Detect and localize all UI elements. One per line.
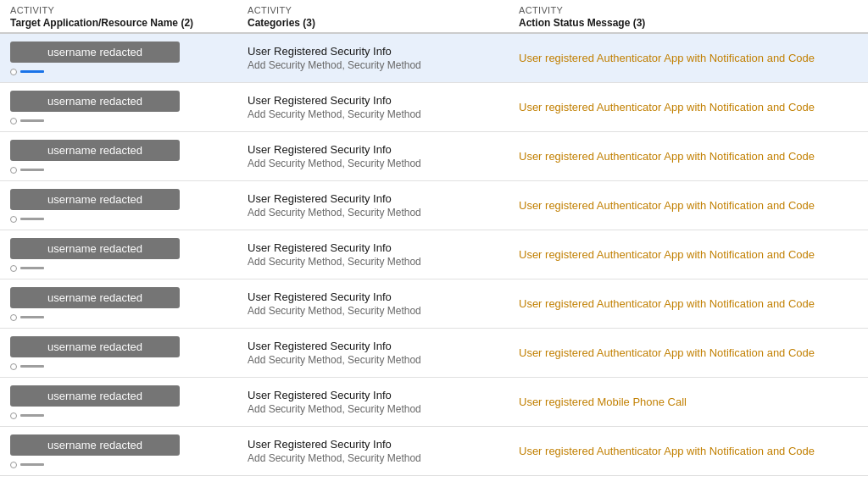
activity-sub-6: Add Security Method, Security Method: [248, 354, 498, 366]
cell-message-3: User registered Authenticator App with N…: [509, 192, 868, 219]
indicator-line-6: [20, 365, 44, 368]
activity-title-4: User Registered Security Info: [248, 241, 498, 254]
activity-title-1: User Registered Security Info: [248, 94, 498, 107]
activity-sub-5: Add Security Method, Security Method: [248, 305, 498, 317]
header-activity-label-2: ACTIVITY: [248, 5, 498, 15]
row-indicator-7: [10, 412, 227, 419]
username-badge-5: username redacted: [10, 287, 180, 308]
table-row[interactable]: username redacted User Registered Securi…: [0, 181, 868, 230]
header-cell-resource: ACTIVITY Target Application/Resource Nam…: [0, 5, 237, 29]
username-badge-4: username redacted: [10, 238, 180, 259]
indicator-line-0: [20, 70, 44, 73]
indicator-dot-1: [10, 118, 17, 125]
indicator-dot-0: [10, 69, 17, 75]
cell-activity-7: User Registered Security Info Add Securi…: [237, 382, 509, 422]
username-badge-7: username redacted: [10, 385, 180, 407]
row-indicator-0: [10, 69, 227, 75]
table-body: username redacted User Registered Securi…: [0, 34, 868, 476]
activity-title-5: User Registered Security Info: [248, 291, 498, 303]
row-indicator-4: [10, 265, 227, 272]
indicator-line-3: [20, 218, 44, 220]
cell-message-1: User registered Authenticator App with N…: [509, 94, 868, 120]
header-cell-categories: ACTIVITY Categories (3): [237, 5, 509, 29]
table-row[interactable]: username redacted User Registered Securi…: [0, 329, 868, 378]
cell-user-4: username redacted: [0, 231, 237, 279]
username-badge-8: username redacted: [10, 434, 180, 456]
cell-activity-8: User Registered Security Info Add Securi…: [237, 431, 509, 471]
cell-message-0: User registered Authenticator App with N…: [509, 45, 868, 71]
cell-user-8: username redacted: [0, 428, 237, 475]
cell-user-6: username redacted: [0, 329, 237, 377]
table-header: ACTIVITY Target Application/Resource Nam…: [0, 0, 868, 34]
cell-message-7: User registered Mobile Phone Call: [509, 389, 868, 415]
cell-activity-1: User Registered Security Info Add Securi…: [237, 87, 509, 127]
table-row[interactable]: username redacted User Registered Securi…: [0, 378, 868, 427]
cell-activity-0: User Registered Security Info Add Securi…: [237, 38, 509, 78]
activity-title-7: User Registered Security Info: [248, 389, 498, 401]
cell-user-5: username redacted: [0, 280, 237, 328]
header-sub-label-1: Target Application/Resource Name (2): [10, 17, 193, 29]
header-cell-status: ACTIVITY Action Status Message (3): [509, 5, 868, 29]
activity-title-0: User Registered Security Info: [248, 45, 498, 58]
indicator-dot-2: [10, 167, 17, 174]
table-row[interactable]: username redacted User Registered Securi…: [0, 34, 868, 83]
activity-title-6: User Registered Security Info: [248, 340, 498, 352]
cell-user-3: username redacted: [0, 182, 237, 230]
indicator-dot-5: [10, 314, 17, 321]
row-indicator-8: [10, 462, 227, 468]
cell-message-6: User registered Authenticator App with N…: [509, 340, 868, 366]
row-indicator-3: [10, 216, 227, 223]
indicator-line-4: [20, 267, 44, 269]
indicator-line-1: [20, 119, 44, 122]
indicator-line-5: [20, 316, 44, 318]
cell-activity-3: User Registered Security Info Add Securi…: [237, 185, 509, 225]
table-row[interactable]: username redacted User Registered Securi…: [0, 279, 868, 329]
row-indicator-1: [10, 118, 227, 125]
indicator-line-2: [20, 169, 44, 171]
table-row[interactable]: username redacted User Registered Securi…: [0, 230, 868, 279]
activity-title-2: User Registered Security Info: [248, 143, 498, 156]
indicator-line-7: [20, 414, 44, 417]
indicator-dot-3: [10, 216, 17, 223]
row-indicator-2: [10, 167, 227, 174]
cell-message-8: User registered Authenticator App with N…: [509, 438, 868, 464]
activity-table: ACTIVITY Target Application/Resource Nam…: [0, 0, 868, 476]
activity-sub-2: Add Security Method, Security Method: [248, 158, 498, 169]
row-indicator-5: [10, 314, 227, 321]
username-badge-0: username redacted: [10, 42, 180, 63]
table-row[interactable]: username redacted User Registered Securi…: [0, 83, 868, 132]
activity-title-3: User Registered Security Info: [248, 192, 498, 205]
username-badge-1: username redacted: [10, 91, 180, 112]
table-row[interactable]: username redacted User Registered Securi…: [0, 427, 868, 476]
activity-sub-3: Add Security Method, Security Method: [248, 207, 498, 219]
cell-message-5: User registered Authenticator App with N…: [509, 291, 868, 317]
indicator-dot-7: [10, 412, 17, 419]
cell-activity-5: User Registered Security Info Add Securi…: [237, 284, 509, 324]
indicator-dot-8: [10, 462, 17, 468]
cell-user-0: username redacted: [0, 35, 237, 82]
indicator-dot-4: [10, 265, 17, 272]
activity-title-8: User Registered Security Info: [248, 438, 498, 451]
cell-activity-6: User Registered Security Info Add Securi…: [237, 333, 509, 373]
username-badge-6: username redacted: [10, 336, 180, 357]
header-sub-label-2: Categories (3): [248, 17, 315, 29]
indicator-line-8: [20, 463, 44, 466]
activity-sub-1: Add Security Method, Security Method: [248, 108, 498, 120]
header-sub-label-3: Action Status Message (3): [519, 17, 645, 29]
cell-activity-4: User Registered Security Info Add Securi…: [237, 235, 509, 274]
activity-sub-7: Add Security Method, Security Method: [248, 403, 498, 415]
cell-message-4: User registered Authenticator App with N…: [509, 241, 868, 268]
activity-sub-8: Add Security Method, Security Method: [248, 452, 498, 464]
cell-activity-2: User Registered Security Info Add Securi…: [237, 136, 509, 176]
username-badge-3: username redacted: [10, 189, 180, 210]
header-activity-label-1: ACTIVITY: [10, 5, 227, 15]
indicator-dot-6: [10, 363, 17, 370]
table-row[interactable]: username redacted User Registered Securi…: [0, 132, 868, 181]
cell-user-7: username redacted: [0, 379, 237, 426]
activity-sub-4: Add Security Method, Security Method: [248, 256, 498, 268]
username-badge-2: username redacted: [10, 140, 180, 161]
cell-user-2: username redacted: [0, 133, 237, 180]
activity-sub-0: Add Security Method, Security Method: [248, 59, 498, 71]
header-activity-label-3: ACTIVITY: [519, 5, 858, 15]
cell-message-2: User registered Authenticator App with N…: [509, 143, 868, 169]
